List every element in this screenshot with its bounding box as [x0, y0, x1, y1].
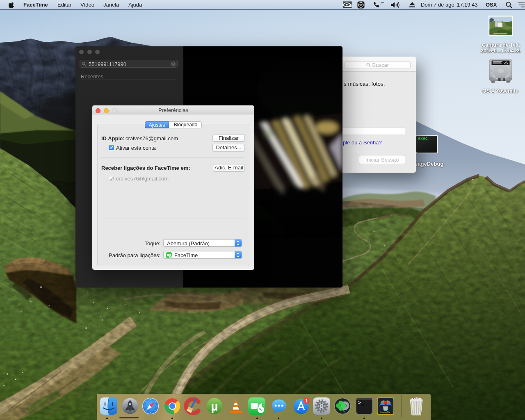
svg-text:>_: >_	[358, 400, 364, 406]
svg-text:µ: µ	[211, 399, 218, 413]
svg-text:InsanelyMac: InsanelyMac	[380, 411, 391, 413]
svg-text:1: 1	[305, 398, 308, 403]
